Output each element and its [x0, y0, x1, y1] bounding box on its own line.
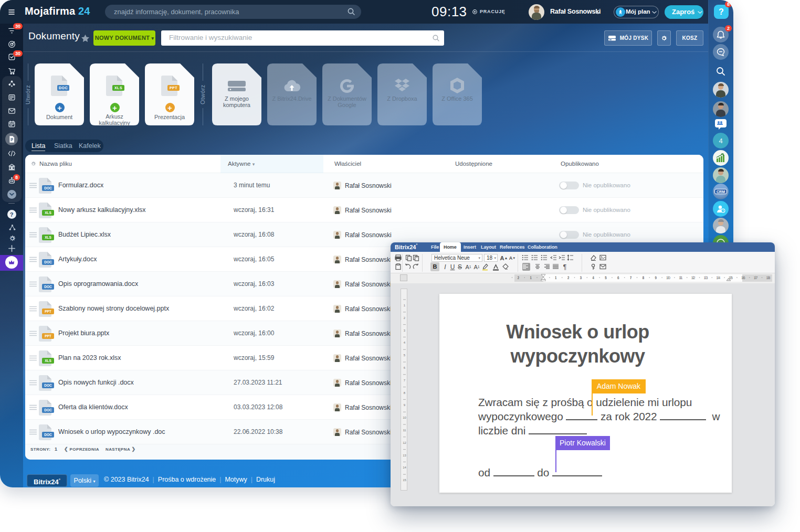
svg-text:16: 16	[741, 276, 745, 280]
svg-text:8: 8	[642, 276, 644, 280]
svg-text:9: 9	[655, 276, 657, 280]
svg-text:2: 2	[404, 316, 406, 320]
svg-text:1: 1	[404, 304, 406, 307]
svg-text:2: 2	[517, 276, 519, 280]
svg-text:14: 14	[716, 276, 720, 280]
svg-text:3: 3	[580, 276, 582, 280]
svg-text:13: 13	[704, 276, 708, 280]
svg-text:5: 5	[605, 276, 607, 280]
svg-text:4: 4	[404, 341, 406, 344]
svg-text:1: 1	[555, 276, 557, 280]
svg-text:13: 13	[403, 454, 406, 457]
svg-text:6: 6	[404, 366, 406, 369]
svg-text:12: 12	[691, 276, 696, 280]
svg-text:9: 9	[404, 403, 406, 407]
svg-text:7: 7	[404, 379, 406, 382]
svg-text:10: 10	[403, 416, 406, 419]
svg-text:15: 15	[403, 478, 406, 482]
svg-text:10: 10	[666, 276, 670, 280]
svg-text:14: 14	[403, 466, 406, 469]
svg-text:17: 17	[754, 276, 758, 280]
svg-text:18: 18	[766, 276, 771, 280]
svg-text:1: 1	[530, 276, 532, 280]
svg-text:11: 11	[403, 429, 406, 432]
svg-text:3: 3	[404, 329, 406, 332]
svg-text:5: 5	[404, 354, 406, 357]
svg-text:2: 2	[567, 276, 570, 280]
svg-text:8: 8	[404, 391, 406, 395]
svg-text:6: 6	[617, 276, 619, 280]
svg-text:12: 12	[403, 441, 406, 444]
svg-text:11: 11	[679, 276, 682, 280]
svg-text:4: 4	[592, 276, 594, 280]
svg-text:7: 7	[630, 276, 632, 280]
